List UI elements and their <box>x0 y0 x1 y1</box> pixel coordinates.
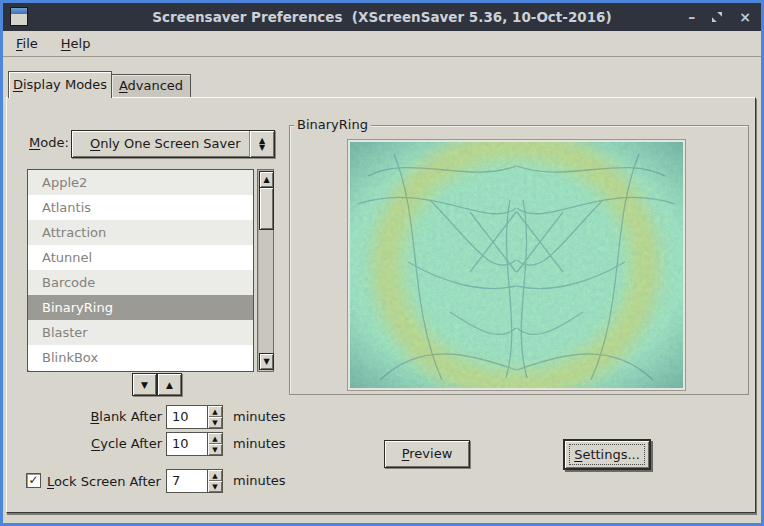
settings-button[interactable]: Settings... <box>563 439 651 470</box>
spin-up-icon[interactable]: ▲ <box>208 470 222 481</box>
menu-help[interactable]: Help <box>51 32 101 56</box>
blank-after-spinbox: 10 ▲ ▼ <box>166 405 223 429</box>
cycle-after-unit: minutes <box>233 436 286 452</box>
lock-after-value[interactable]: 7 <box>167 470 207 492</box>
list-item-attraction[interactable]: Attraction <box>28 220 253 245</box>
blank-after-label: Blank After <box>7 409 162 425</box>
tab-display-modes[interactable]: Display Modes <box>8 71 112 98</box>
spin-down-icon[interactable]: ▼ <box>208 481 222 492</box>
scrollbar-thumb[interactable] <box>259 187 274 230</box>
spin-down-icon[interactable]: ▼ <box>208 417 222 428</box>
scroll-up-icon[interactable]: ▲ <box>259 171 274 188</box>
lock-after-unit: minutes <box>233 473 286 489</box>
lock-after-spinbox: 7 ▲ ▼ <box>166 469 223 493</box>
window-title: Screensaver Preferences (XScreenSaver 5.… <box>3 3 761 31</box>
window-body: Screensaver Preferences (XScreenSaver 5.… <box>3 3 761 523</box>
cycle-after-spinbox: 10 ▲ ▼ <box>166 432 223 456</box>
list-item-atlantis[interactable]: Atlantis <box>28 195 253 220</box>
xscreensaver-window: Screensaver Preferences (XScreenSaver 5.… <box>0 0 764 526</box>
preview-frame-title: BinaryRing <box>294 117 371 133</box>
dropdown-spinner-icon: ▲ ▼ <box>249 131 274 157</box>
cycle-after-spin-buttons: ▲ ▼ <box>207 433 222 455</box>
move-up-button[interactable]: ▲ <box>157 373 182 396</box>
display-modes-panel: Mode: Only One Screen Saver ▲ ▼ Apple2At… <box>6 97 756 513</box>
move-down-button[interactable]: ▼ <box>132 373 157 396</box>
blank-after-spin-buttons: ▲ ▼ <box>207 406 222 428</box>
down-arrow-icon: ▼ <box>141 381 148 389</box>
tab-advanced[interactable]: Advanced <box>111 74 191 98</box>
menubar: File Help <box>3 31 761 57</box>
list-item-atunnel[interactable]: Atunnel <box>28 245 253 270</box>
lock-after-label: Lock Screen After <box>47 474 161 490</box>
mode-label: Mode: <box>29 135 69 151</box>
list-item-barcode[interactable]: Barcode <box>28 270 253 295</box>
menu-file[interactable]: File <box>6 32 48 56</box>
minimize-icon[interactable]: – <box>688 3 695 31</box>
spin-up-icon[interactable]: ▲ <box>208 406 222 417</box>
lock-after-spin-buttons: ▲ ▼ <box>207 470 222 492</box>
lock-checkbox[interactable]: ✓ <box>26 473 41 488</box>
mode-dropdown[interactable]: Only One Screen Saver ▲ ▼ <box>71 130 275 158</box>
maximize-icon[interactable] <box>711 11 723 23</box>
list-item-binaryring[interactable]: BinaryRing <box>28 295 253 320</box>
window-controls: – × <box>688 3 751 31</box>
list-item-blaster[interactable]: Blaster <box>28 320 253 345</box>
cycle-after-value[interactable]: 10 <box>167 433 207 455</box>
scroll-down-icon[interactable]: ▼ <box>259 353 274 370</box>
close-icon[interactable]: × <box>739 3 751 31</box>
list-item-apple2[interactable]: Apple2 <box>28 170 253 195</box>
screensaver-list[interactable]: Apple2AtlantisAttractionAtunnelBarcodeBi… <box>27 169 254 372</box>
titlebar[interactable]: Screensaver Preferences (XScreenSaver 5.… <box>3 3 761 31</box>
cycle-after-label: Cycle After <box>7 436 162 452</box>
blank-after-unit: minutes <box>233 409 286 425</box>
mode-dropdown-value: Only One Screen Saver <box>72 136 249 152</box>
spin-down-icon[interactable]: ▼ <box>208 444 222 455</box>
spin-up-icon[interactable]: ▲ <box>208 433 222 444</box>
screensaver-preview-image <box>348 140 685 390</box>
settings-button-label: Settings... <box>569 444 645 465</box>
list-item-blinkbox[interactable]: BlinkBox <box>28 345 253 370</box>
up-arrow-icon: ▲ <box>166 381 173 389</box>
preview-button[interactable]: Preview <box>384 440 470 468</box>
list-scrollbar[interactable]: ▲ ▼ <box>257 169 274 372</box>
blank-after-value[interactable]: 10 <box>167 406 207 428</box>
